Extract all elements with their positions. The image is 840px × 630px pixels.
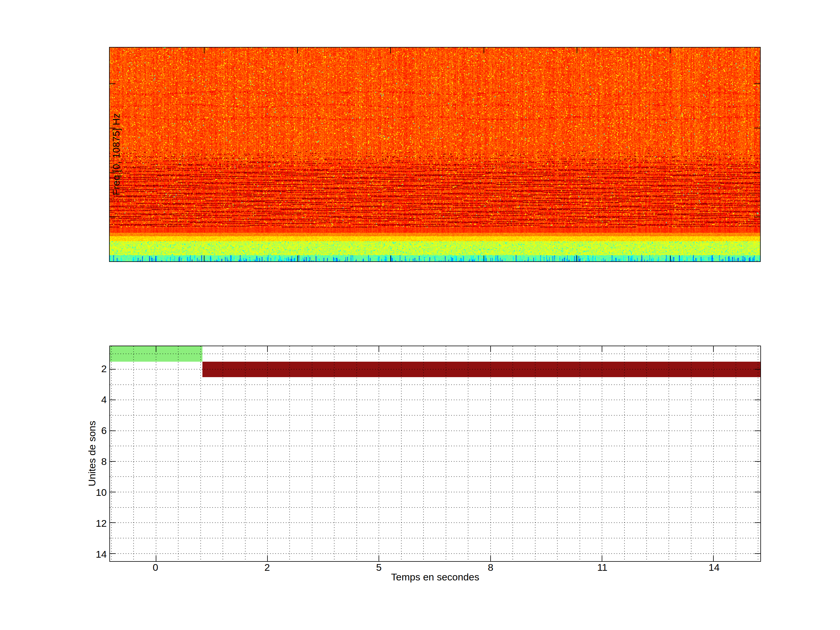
spectrogram-x-tick [204, 47, 204, 54]
units-grid-vline [178, 346, 178, 561]
units-grid-vline [401, 346, 402, 561]
units-grid-vline [468, 346, 468, 561]
units-y-tick [110, 431, 116, 431]
units-grid-vline [357, 346, 357, 561]
units-grid-hline [110, 507, 760, 508]
spectrogram-x-tick [297, 47, 298, 54]
units-x-tick [713, 346, 714, 352]
units-grid-vline [579, 346, 580, 561]
spectrogram-image [110, 47, 760, 261]
units-y-tick [110, 461, 116, 462]
units-grid-hline [110, 369, 760, 369]
units-grid-vline [156, 346, 156, 561]
units-y-tick-label: 4 [72, 393, 107, 406]
units-y-tick [755, 553, 760, 554]
units-grid-hline [110, 523, 760, 523]
units-x-tick [490, 555, 491, 561]
spectrogram-x-tick [576, 256, 577, 261]
units-grid-hline [110, 492, 760, 492]
units-y-tick-label: 12 [72, 517, 107, 530]
units-y-tick [755, 461, 760, 462]
spectrogram-x-tick [483, 256, 484, 261]
units-grid-hline [110, 553, 760, 554]
units-x-tick-label: 8 [470, 561, 511, 574]
units-grid-vline [446, 346, 446, 561]
units-x-tick [267, 555, 268, 561]
units-grid-hline [110, 415, 760, 415]
spectrogram-x-tick [390, 47, 391, 54]
spectrogram-y-tick [754, 172, 760, 173]
units-y-tick-label: 10 [72, 486, 107, 499]
units-y-tick [110, 553, 116, 554]
spectrogram-ylabel: Freq [0, 10875] Hz [110, 81, 123, 227]
units-grid-vline [736, 346, 736, 561]
units-x-tick [602, 555, 602, 561]
units-x-tick [156, 555, 156, 561]
units-grid-vline [691, 346, 692, 561]
units-grid-vline [133, 346, 134, 561]
units-x-tick-label: 5 [358, 561, 399, 574]
units-y-tick [110, 523, 116, 523]
units-grid-vline [111, 346, 112, 561]
units-x-tick-label: 14 [693, 561, 734, 574]
units-grid-vline [713, 346, 714, 561]
spectrogram-x-tick [670, 256, 671, 261]
units-grid-vline [602, 346, 602, 561]
units-x-tick [713, 555, 714, 561]
units-y-tick [755, 492, 760, 492]
units-x-tick [379, 555, 379, 561]
matlab-figure: Freq [0, 10875] Hz Unites de sons Temps … [0, 0, 840, 630]
units-grid-hline [110, 446, 760, 446]
spectrogram-ylabel-text: Freq [0, 10875] Hz [111, 113, 122, 196]
units-grid-vline [312, 346, 313, 561]
units-x-tick-label: 0 [135, 561, 176, 574]
units-x-tick [379, 346, 379, 352]
units-grid-vline [624, 346, 625, 561]
units-grid-hline [110, 431, 760, 431]
units-y-tick [755, 369, 760, 369]
units-x-tick [602, 346, 602, 352]
units-grid-vline [557, 346, 558, 561]
spectrogram-x-tick [483, 47, 484, 54]
units-grid-hline [110, 384, 760, 385]
spectrogram-axes [109, 47, 761, 262]
units-grid-vline [423, 346, 424, 561]
units-x-tick-label: 2 [247, 561, 287, 574]
units-grid-hline [110, 399, 760, 400]
units-grid-hline [110, 476, 760, 477]
units-grid-vline [535, 346, 535, 561]
units-y-tick-label: 14 [72, 548, 107, 561]
units-grid-vline [512, 346, 513, 561]
units-xlabel-text: Temps en secondes [391, 572, 479, 583]
units-grid-vline [758, 346, 758, 561]
units-y-tick-label: 2 [72, 362, 107, 375]
units-axes [109, 346, 761, 562]
units-grid-vline [267, 346, 268, 561]
units-x-tick-label: 11 [582, 561, 623, 574]
spectrogram-y-tick [754, 84, 760, 84]
units-grid-vline [668, 346, 669, 561]
units-grid-vline [646, 346, 647, 561]
units-x-tick [156, 346, 156, 352]
units-grid-vline [289, 346, 290, 561]
units-grid-vline [201, 346, 201, 561]
units-x-tick [267, 346, 268, 352]
spectrogram-x-tick [204, 256, 204, 261]
units-x-tick [490, 346, 491, 352]
units-grid-vline [334, 346, 335, 561]
spectrogram-y-tick [754, 217, 760, 217]
units-y-tick [110, 399, 116, 400]
spectrogram-x-tick [576, 47, 577, 54]
units-grid-hline [110, 354, 760, 354]
units-y-tick-label: 6 [72, 424, 107, 437]
spectrogram-x-tick [297, 256, 298, 261]
units-y-tick [755, 523, 760, 523]
spectrogram-x-tick [390, 256, 391, 261]
units-grid-vline [379, 346, 379, 561]
units-grid-vline [245, 346, 246, 561]
units-y-tick-label: 8 [72, 455, 107, 468]
units-grid-vline [490, 346, 491, 561]
units-y-tick [110, 369, 116, 369]
units-grid-hline [110, 461, 760, 462]
spectrogram-y-tick [754, 128, 760, 128]
